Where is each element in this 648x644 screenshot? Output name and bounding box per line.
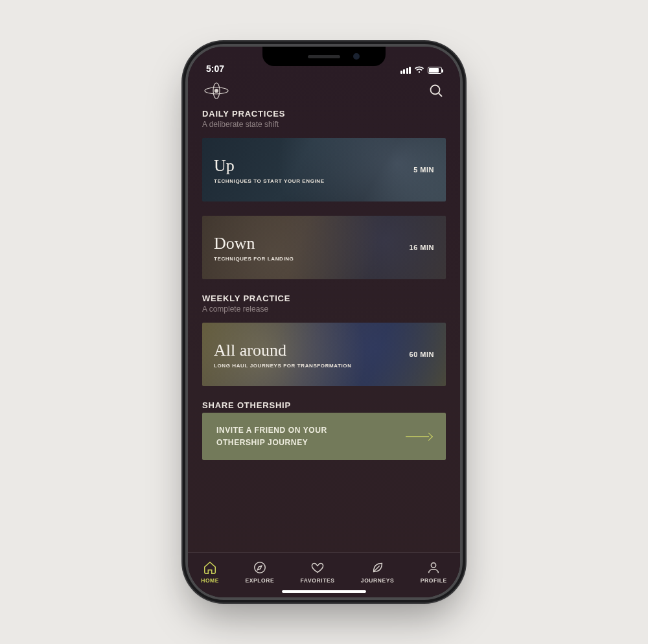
tab-label: EXPLORE	[245, 577, 274, 584]
content-scroll[interactable]: DAILY PRACTICES A deliberate state shift…	[188, 109, 460, 552]
svg-point-5	[255, 562, 266, 573]
wifi-icon	[414, 66, 424, 74]
tab-label: PROFILE	[421, 577, 447, 584]
invite-friend-card[interactable]: INVITE A FRIEND ON YOUR OTHERSHIP JOURNE…	[202, 413, 446, 460]
svg-point-3	[431, 86, 440, 95]
app-header	[188, 75, 460, 109]
share-section-title: SHARE OTHERSHIP	[202, 400, 446, 410]
status-indicators	[400, 66, 443, 74]
practice-card-all-around[interactable]: All around LONG HAUL JOURNEYS FOR TRANSF…	[202, 323, 446, 386]
tab-label: FAVORITES	[301, 577, 335, 584]
signal-icon	[400, 67, 411, 74]
tab-journeys[interactable]: JOURNEYS	[361, 560, 395, 584]
tab-label: JOURNEYS	[361, 577, 395, 584]
leaf-icon	[371, 560, 385, 575]
daily-section-subtitle: A deliberate state shift	[202, 120, 446, 129]
app-screen: 5:07	[188, 47, 460, 597]
arrow-right-icon	[406, 433, 432, 441]
app-logo-icon[interactable]	[203, 82, 229, 100]
search-button[interactable]	[428, 82, 445, 99]
daily-section-title: DAILY PRACTICES	[202, 109, 446, 119]
card-duration: 16 MIN	[410, 244, 434, 251]
card-description: TECHNIQUES TO START YOUR ENGINE	[214, 178, 434, 184]
svg-point-2	[215, 89, 218, 93]
profile-icon	[426, 560, 441, 575]
weekly-section-subtitle: A complete release	[202, 305, 446, 314]
practice-card-down[interactable]: Down TECHNIQUES FOR LANDING 16 MIN	[202, 216, 446, 279]
home-indicator[interactable]	[282, 590, 366, 593]
speaker	[308, 55, 340, 58]
device-notch	[262, 47, 386, 66]
heart-icon	[310, 560, 325, 575]
search-icon	[429, 84, 443, 98]
tab-explore[interactable]: EXPLORE	[245, 560, 274, 584]
card-description: TECHNIQUES FOR LANDING	[214, 256, 434, 262]
svg-line-4	[439, 93, 442, 97]
svg-point-6	[432, 562, 436, 567]
compass-icon	[253, 560, 267, 575]
weekly-section-title: WEEKLY PRACTICE	[202, 293, 446, 303]
tab-favorites[interactable]: FAVORITES	[301, 560, 335, 584]
practice-card-up[interactable]: Up TECHNIQUES TO START YOUR ENGINE 5 MIN	[202, 138, 446, 201]
tab-label: HOME	[201, 577, 219, 584]
front-camera	[353, 53, 360, 60]
card-duration: 5 MIN	[413, 166, 434, 174]
status-time: 5:07	[206, 63, 224, 74]
battery-icon	[428, 67, 442, 74]
card-duration: 60 MIN	[410, 351, 434, 358]
card-title: All around	[214, 341, 434, 360]
card-description: LONG HAUL JOURNEYS FOR TRANSFORMATION	[214, 363, 434, 369]
invite-text: INVITE A FRIEND ON YOUR OTHERSHIP JOURNE…	[216, 424, 359, 448]
home-icon	[203, 560, 217, 575]
tab-home[interactable]: HOME	[201, 560, 219, 584]
tab-profile[interactable]: PROFILE	[421, 560, 447, 584]
phone-frame: 5:07	[188, 47, 460, 597]
card-title: Up	[214, 156, 434, 176]
card-title: Down	[214, 234, 434, 253]
